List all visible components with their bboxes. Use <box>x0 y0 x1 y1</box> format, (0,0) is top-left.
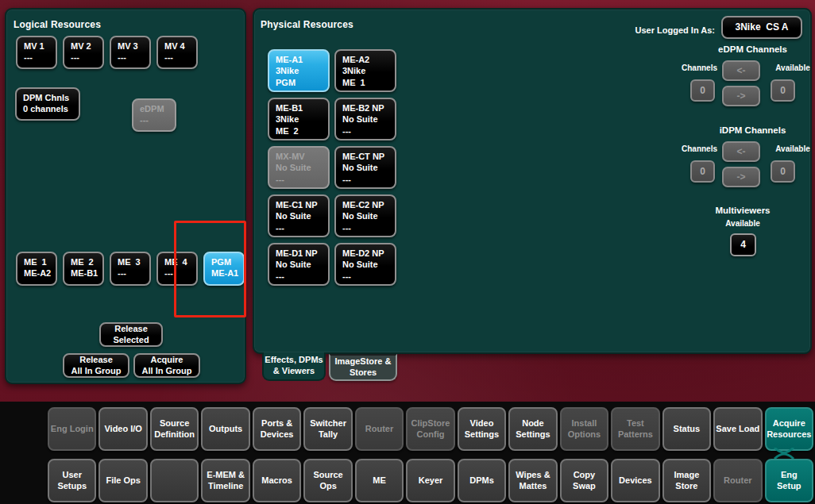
menu-clipstore-config-l2: Config <box>408 429 453 440</box>
menu-emem-timeline[interactable]: E-MEM &Timeline <box>201 459 249 502</box>
acquire-all-in-group-button[interactable]: Acquire All In Group <box>133 353 200 378</box>
menu-source-definition[interactable]: SourceDefinition <box>150 407 199 451</box>
me2-button[interactable]: ME 2 ME-B1 <box>63 252 104 286</box>
menu-ports-devices[interactable]: Ports &Devices <box>253 407 301 451</box>
me-b2-id: ME-B2 NP <box>342 102 392 113</box>
menu-router-row2[interactable]: Router <box>713 459 762 502</box>
me-ct-button[interactable]: ME-CT NP No Suite --- <box>334 146 396 189</box>
menu-install-options[interactable]: InstallOptions <box>560 407 608 451</box>
me-d1-id: ME-D1 NP <box>276 248 325 259</box>
edpm-acquire-arrow-button[interactable]: <- <box>722 60 760 81</box>
logical-resources-panel: Logical Resources MV 1 --- MV 2 --- MV 3… <box>5 8 246 384</box>
idpm-available-value: 0 <box>771 160 795 183</box>
menu-router-row1-l1: Router <box>357 424 402 434</box>
menu-file-ops[interactable]: File Ops <box>98 459 147 502</box>
me-d2-suite: No Suite <box>342 259 392 270</box>
me-c1-button[interactable]: ME-C1 NP No Suite --- <box>268 194 330 237</box>
menu-save-load[interactable]: Save Load <box>713 407 762 451</box>
menu-acquire-resources[interactable]: AcquireResources <box>765 407 813 451</box>
tab-effects-dpms-viewers[interactable]: Effects, DPMs & Viewers <box>262 352 326 381</box>
me-b1-button[interactable]: ME-B1 3Nike ME 2 <box>268 98 330 140</box>
mv1-button[interactable]: MV 1 --- <box>16 36 57 69</box>
idpm-acquire-arrow-button[interactable]: <- <box>722 141 760 162</box>
menu-clipstore-config[interactable]: ClipStoreConfig <box>406 407 454 451</box>
menu-video-settings[interactable]: VideoSettings <box>458 407 506 451</box>
me-d1-assignment: --- <box>276 271 325 282</box>
menu-outputs[interactable]: Outputs <box>201 407 249 451</box>
me-a1-button[interactable]: ME-A1 3Nike PGM <box>268 49 330 92</box>
menu-eng-setup[interactable]: EngSetup <box>765 459 813 502</box>
mv4-button[interactable]: MV 4 --- <box>156 36 198 69</box>
menu-source-ops[interactable]: SourceOps <box>303 459 352 502</box>
idpm-release-arrow-button[interactable]: -> <box>722 167 760 187</box>
me1-label: ME 1 <box>24 256 52 267</box>
menu-video-settings-l1: Video <box>459 418 504 429</box>
menu-dpms[interactable]: DPMs <box>458 459 506 502</box>
menu-keyer-l1: Keyer <box>408 475 453 486</box>
menu-wipes-mattes[interactable]: Wipes &Mattes <box>508 459 557 502</box>
menu-macros-l1: Macros <box>254 475 299 486</box>
menu-blank[interactable] <box>150 459 199 502</box>
acquire-all-line2: All In Group <box>135 366 199 376</box>
menu-router-row1[interactable]: Router <box>355 407 404 451</box>
menu-copy-swap-l1: Copy <box>562 470 607 480</box>
release-all-in-group-button[interactable]: Release All In Group <box>63 353 129 378</box>
menu-save-load-l1: Save Load <box>715 424 760 434</box>
menu-source-ops-l1: Source <box>305 470 350 480</box>
mx-mv-button[interactable]: MX-MV No Suite --- <box>268 146 330 189</box>
menu-devices[interactable]: Devices <box>611 459 659 502</box>
tab-imagestore-stores[interactable]: ImageStore & Stores <box>329 354 397 381</box>
menu-status[interactable]: Status <box>662 407 711 451</box>
edpm-button[interactable]: eDPM --- <box>132 98 176 132</box>
mx-mv-suite: No Suite <box>276 162 325 173</box>
me-d2-assignment: --- <box>342 271 392 282</box>
me-c2-id: ME-C2 NP <box>342 199 392 210</box>
menu-test-patterns[interactable]: TestPatterns <box>611 407 659 451</box>
menu-source-definition-l2: Definition <box>152 429 197 440</box>
active-menu-connector-icon <box>772 448 796 459</box>
dpm-chnls-button[interactable]: DPM Chnls 0 channels <box>15 87 80 121</box>
edpm-release-arrow-button[interactable]: -> <box>722 86 760 106</box>
me1-assignment: ME-A2 <box>24 267 52 279</box>
menu-video-io[interactable]: Video I/O <box>98 407 147 451</box>
menu-image-store[interactable]: ImageStore <box>662 459 711 502</box>
me-b2-button[interactable]: ME-B2 NP No Suite --- <box>334 98 396 140</box>
me3-button[interactable]: ME 3 --- <box>110 252 151 286</box>
mv2-button[interactable]: MV 2 --- <box>63 36 104 69</box>
me-b2-suite: No Suite <box>342 113 392 125</box>
menu-keyer[interactable]: Keyer <box>406 459 454 502</box>
me-c2-assignment: --- <box>342 222 392 233</box>
logged-in-user-value: 3Nike CS A <box>723 21 801 33</box>
menu-acquire-resources-l2: Resources <box>767 429 812 440</box>
menu-node-settings[interactable]: NodeSettings <box>508 407 557 451</box>
release-selected-button[interactable]: Release Selected <box>99 322 163 347</box>
me-d2-button[interactable]: ME-D2 NP No Suite --- <box>334 243 396 286</box>
menu-eng-login-l1: Eng Login <box>49 424 95 434</box>
menu-dpms-l1: DPMs <box>459 475 504 486</box>
menu-switcher-tally-l2: Tally <box>305 429 350 440</box>
menu-video-settings-l2: Settings <box>459 429 504 440</box>
me2-label: ME 2 <box>71 256 99 267</box>
me-ct-assignment: --- <box>342 174 392 185</box>
edpm-channels-title: eDPM Channels <box>699 44 806 54</box>
menu-me[interactable]: ME <box>355 459 404 502</box>
menu-source-definition-l1: Source <box>152 418 197 429</box>
menu-file-ops-l1: File Ops <box>100 475 145 486</box>
me-b1-id: ME-B1 <box>276 102 325 113</box>
menu-user-setups[interactable]: UserSetups <box>48 459 96 502</box>
me-d1-button[interactable]: ME-D1 NP No Suite --- <box>268 243 330 286</box>
me-d2-id: ME-D2 NP <box>342 248 392 259</box>
logged-in-user-button[interactable]: 3Nike CS A <box>721 16 802 39</box>
tab-effects-line2: & Viewers <box>264 366 324 377</box>
menu-switcher-tally[interactable]: SwitcherTally <box>303 407 352 451</box>
menu-copy-swap[interactable]: CopySwap <box>560 459 608 502</box>
physical-resources-panel: Physical Resources ME-A1 3Nike PGM ME-A2… <box>253 8 812 354</box>
menu-eng-login[interactable]: Eng Login <box>48 407 96 451</box>
release-selected-line2: Selected <box>101 335 161 345</box>
menu-macros[interactable]: Macros <box>253 459 301 502</box>
menu-node-settings-l1: Node <box>510 418 555 429</box>
mv3-button[interactable]: MV 3 --- <box>110 36 151 69</box>
me-c2-button[interactable]: ME-C2 NP No Suite --- <box>334 194 396 237</box>
me1-button[interactable]: ME 1 ME-A2 <box>16 252 57 286</box>
me-a2-button[interactable]: ME-A2 3Nike ME 1 <box>334 49 396 92</box>
